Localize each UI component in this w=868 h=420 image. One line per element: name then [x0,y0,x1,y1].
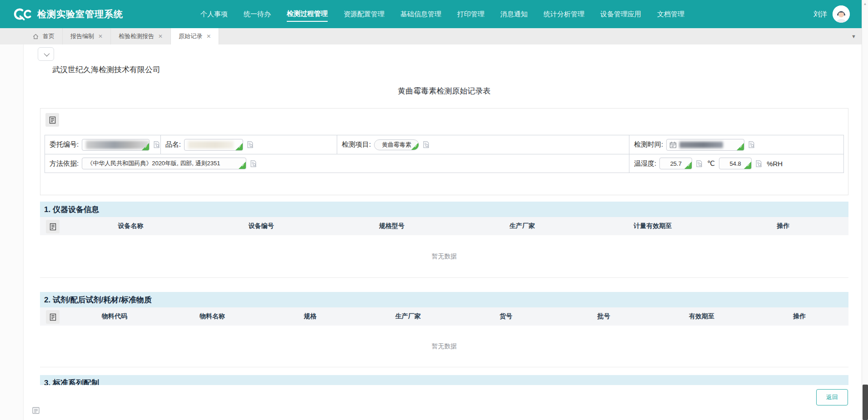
nav-item-document[interactable]: 文档管理 [657,7,684,21]
equipment-table-body: 暂无数据 [40,235,848,278]
column-header: 生产厂家 [457,222,588,230]
nav-item-base-info[interactable]: 基础信息管理 [400,7,441,21]
column-settings-button[interactable] [46,220,60,233]
entrust-no-input[interactable] [82,139,150,151]
column-header: 设备名称 [65,222,196,230]
product-name-cell: 品名: [161,135,337,154]
saved-check-corner [684,162,692,169]
home-icon [33,34,39,40]
column-header: 物料代码 [65,312,163,321]
entrust-no-cell: 委托编号: [45,135,161,154]
saved-check-corner [239,162,246,169]
method-basis-cell: 方法依据: 《中华人民共和国药典》2020年版, 四部, 通则2351 [45,154,629,173]
empty-data-text: 暂无数据 [432,342,457,351]
main-nav: 个人事项 统一待办 检测过程管理 资源配置管理 基础信息管理 打印管理 消息通知… [200,0,684,28]
nav-item-resource[interactable]: 资源配置管理 [344,7,384,21]
saved-check-corner [744,162,751,169]
section-equipment: 1. 仪器设备信息 设备名称 设备编号 规格型号 生产厂家 计量有效期至 操作 … [40,202,848,278]
section-title: 1. 仪器设备信息 [44,204,99,215]
column-header: 货号 [457,312,555,321]
file-search-icon[interactable] [246,141,254,148]
card-toolbar [45,113,844,131]
nav-item-test-process[interactable]: 检测过程管理 [287,7,328,22]
test-item-cell: 检测项目: 黄曲霉毒素 [337,135,629,154]
redacted-value [679,142,723,148]
file-search-icon[interactable] [755,160,763,168]
top-navbar: 检测实验室管理系统 个人事项 统一待办 检测过程管理 资源配置管理 基础信息管理… [0,0,862,28]
method-basis-input[interactable]: 《中华人民共和国药典》2020年版, 四部, 通则2351 [82,158,246,169]
close-icon[interactable]: ✕ [206,33,211,40]
nav-item-message[interactable]: 消息通知 [500,7,528,21]
column-header: 有效期至 [653,312,750,321]
column-header: 生产厂家 [359,312,457,321]
nav-item-print[interactable]: 打印管理 [457,7,484,21]
tab-label: 原始记录 [179,32,202,40]
test-time-label: 检测时间: [634,140,663,149]
section-band: 2. 试剂/配后试剂/耗材/标准物质 [40,292,848,307]
header-fields-table: 委托编号: 品名: [45,135,844,173]
file-search-icon[interactable] [748,141,755,148]
app-logo [12,7,33,21]
reagents-table-body: 暂无数据 [40,326,848,367]
file-search-icon[interactable] [695,160,703,168]
humidity-value: 54.8 [729,160,741,167]
reagents-table-header: 物料代码 物料名称 规格 生产厂家 货号 批号 有效期至 操作 [40,307,848,326]
section-band: 1. 仪器设备信息 [40,202,848,217]
tab-list-caret-icon[interactable]: ▼ [851,28,856,44]
temperature-input[interactable]: 25.7 [659,158,692,169]
form-settings-button[interactable] [45,113,59,127]
fields-row-2: 方法依据: 《中华人民共和国药典》2020年版, 四部, 通则2351 温湿度:… [45,154,843,173]
section-reagents: 2. 试剂/配后试剂/耗材/标准物质 物料代码 物料名称 规格 生产厂家 货号 … [40,292,848,367]
entrust-no-label: 委托编号: [50,140,79,149]
test-item-label: 检测项目: [342,140,371,149]
test-time-cell: 检测时间: [629,135,843,154]
form-outline-icon[interactable] [32,406,40,415]
file-search-icon[interactable] [249,160,257,168]
humidity-input[interactable]: 54.8 [719,158,752,169]
saved-check-corner [737,143,744,150]
column-header: 设备编号 [196,222,326,230]
equipment-table-header: 设备名称 设备编号 规格型号 生产厂家 计量有效期至 操作 [40,217,848,235]
user-area[interactable]: 刘洋 [813,0,850,28]
form-grid-icon [49,116,56,124]
nav-item-todo[interactable]: 统一待办 [244,7,271,21]
nav-item-equipment[interactable]: 设备管理应用 [600,7,641,21]
scrollbar-thumb[interactable] [863,385,868,420]
tab-bar: 首页 报告编制 ✕ 检验检测报告 ✕ 原始记录 ✕ ▼ [0,28,862,44]
form-grid-icon [50,223,56,231]
column-header: 规格型号 [326,222,457,230]
header-fields-card: 委托编号: 品名: [40,108,848,195]
column-settings-button[interactable] [46,310,60,324]
tab-label: 检验检测报告 [119,32,154,40]
temperature-value: 25.7 [670,160,682,167]
product-name-input[interactable] [184,139,243,151]
file-search-icon[interactable] [422,141,430,148]
tab-original-record[interactable]: 原始记录 ✕ [171,28,219,44]
nav-item-personal[interactable]: 个人事项 [200,7,228,21]
tab-inspection-report[interactable]: 检验检测报告 ✕ [111,28,171,44]
back-button[interactable]: 返回 [816,389,848,405]
column-header: 规格 [261,312,359,321]
empty-data-text: 暂无数据 [432,252,457,261]
tab-label: 报告编制 [70,32,94,40]
scroll-up-arrow-icon[interactable]: ▲ [862,2,868,6]
close-icon[interactable]: ✕ [158,33,163,40]
test-item-value: 黄曲霉毒素 [382,141,411,149]
test-time-input[interactable] [666,139,744,151]
file-search-icon[interactable] [153,141,160,148]
method-basis-label: 方法依据: [50,159,79,168]
column-header: 操作 [718,222,848,230]
form-grid-icon [50,313,56,321]
user-avatar-icon[interactable] [833,5,850,23]
app-brand: 检测实验室管理系统 [12,7,123,21]
redacted-value [188,141,234,148]
tab-home[interactable]: 首页 [25,28,63,44]
section-title: 2. 试剂/配后试剂/耗材/标准物质 [44,295,152,305]
test-item-tag[interactable]: 黄曲霉毒素 [374,139,419,150]
close-icon[interactable]: ✕ [98,33,103,40]
app-title: 检测实验室管理系统 [37,8,123,20]
column-header: 计量有效期至 [588,222,718,230]
collapse-header-button[interactable] [38,47,54,61]
nav-item-statistics[interactable]: 统计分析管理 [544,7,584,21]
tab-report-edit[interactable]: 报告编制 ✕ [63,28,111,44]
